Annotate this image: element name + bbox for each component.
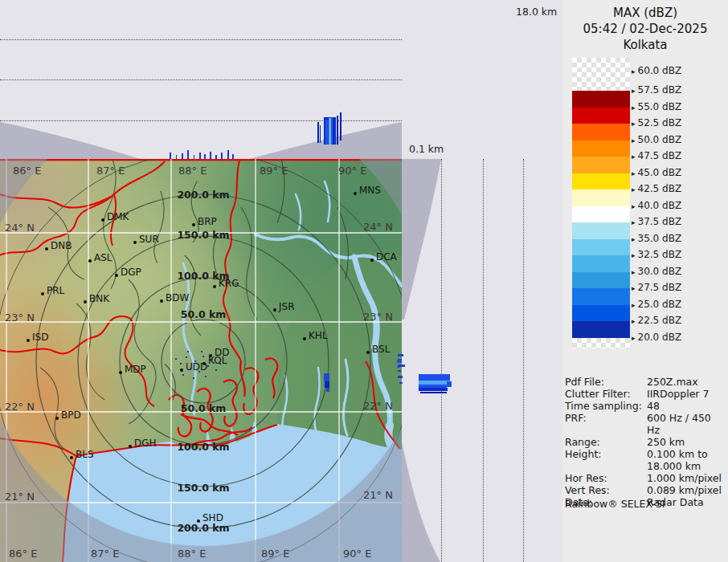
legend-tick-label: ▸40.0 dBZ [632, 200, 681, 211]
radar-echo-dot [175, 358, 177, 360]
city-dot [354, 192, 357, 195]
legend-arrow-icon: ▸ [632, 284, 636, 292]
radar-echo-dot [215, 369, 217, 371]
metadata-row: Vert Res:0.089 km/pixel [565, 484, 726, 496]
radar-echo-dot [180, 363, 182, 364]
legend-tick-label: ▸30.0 dBZ [632, 266, 681, 277]
radar-echo-dot [211, 359, 213, 360]
legend-arrow-icon: ▸ [632, 104, 636, 112]
legend-header: MAX (dBZ) 05:42 / 02-Dec-2025 Kolkata [562, 5, 728, 53]
color-band [572, 255, 630, 272]
legend-arrow-icon: ▸ [632, 235, 636, 243]
legend-tick-label: ▸32.5 dBZ [632, 249, 681, 260]
city-code-label: DMK [107, 211, 129, 222]
color-band [572, 305, 630, 322]
range-limit-wedges [0, 0, 402, 159]
latitude-label: 22° N [5, 401, 35, 413]
city-code-label: KOL [208, 355, 227, 366]
metadata-row: PRF:600 Hz / 450 Hz [565, 412, 726, 436]
range-ring-label: 200.0 km [177, 189, 229, 201]
transparent-checker-swatch [572, 58, 630, 91]
city-code-label: SUR [139, 234, 159, 245]
city-code-label: SHD [202, 512, 223, 523]
color-band [572, 222, 630, 239]
city-code-label: UDD [186, 361, 207, 373]
legend-tick-label: ▸37.5 dBZ [632, 216, 681, 227]
longitude-label: 89° E [260, 165, 288, 177]
city-dot [27, 339, 30, 342]
legend-arrow-icon: ▸ [632, 153, 636, 161]
city-code-label: ISD [32, 332, 48, 343]
legend-tick-label: ▸27.5 dBZ [632, 282, 681, 293]
city-code-label: JSR [279, 301, 295, 312]
legend-tick-label: ▸47.5 dBZ [632, 150, 681, 161]
city-code-label: KRG [219, 278, 239, 289]
latitude-label: 23° N [363, 311, 393, 323]
radar-echo [325, 381, 329, 388]
legend-arrow-icon: ▸ [632, 136, 636, 145]
city-code-label: BPD [61, 409, 81, 421]
metadata-row: Hor Res:1.000 km/pixel [565, 472, 726, 484]
color-band [572, 124, 630, 140]
radar-echo-dot [202, 356, 204, 357]
legend-arrow-icon: ▸ [632, 334, 636, 342]
color-band [572, 239, 630, 256]
software-brand: Rainbow® SELEX-SI [565, 498, 665, 510]
radar-echo [324, 373, 329, 381]
city-code-label: BRP [198, 216, 217, 227]
color-band [572, 157, 630, 173]
city-code-label: MNS [359, 185, 381, 196]
legend-tick-label: ▸35.0 dBZ [632, 233, 681, 244]
range-ring-label: 100.0 km [177, 441, 229, 453]
longitude-label: 86° E [9, 548, 37, 560]
product-datetime: 05:42 / 02-Dec-2025 [562, 21, 728, 37]
radar-echo-dot [186, 356, 187, 358]
city-code-label: ASL [94, 252, 112, 263]
city-dot [366, 351, 370, 354]
range-ring-label: 150.0 km [177, 482, 229, 494]
radar-map: 86° E87° E88° E89° E90° E86° E87° E88° E… [0, 159, 402, 562]
legend-arrow-icon: ▸ [632, 251, 636, 259]
city-code-label: DGH [134, 438, 157, 449]
color-band [572, 321, 630, 338]
radar-echo-dot [193, 377, 194, 379]
city-dot [70, 456, 73, 459]
city-dot [119, 371, 122, 374]
city-dot [192, 223, 195, 226]
radar-display-window: 18.0 km 0.1 km [0, 0, 728, 562]
transparent-checker-swatch [572, 338, 630, 348]
legend-tick-label: ▸20.0 dBZ [632, 332, 681, 343]
legend-tick-label: ▸60.0 dBZ [632, 65, 681, 76]
legend-tick-label: ▸52.5 dBZ [632, 117, 681, 128]
radar-echo-dot [198, 371, 200, 373]
right-height-profile-panel [402, 159, 562, 562]
legend-arrow-icon: ▸ [632, 67, 636, 75]
top-profile-max-height-label: 18.0 km [516, 6, 557, 18]
longitude-label: 90° E [338, 165, 366, 177]
color-band [572, 288, 630, 305]
metadata-row: Height:0.100 km to 18.000 km [565, 448, 726, 472]
city-code-label: MDP [125, 364, 146, 375]
legend-arrow-icon: ▸ [632, 87, 636, 95]
city-code-label: BSL [372, 344, 390, 355]
latitude-label: 21° N [363, 489, 393, 501]
city-code-label: DCA [376, 251, 397, 263]
radar-echo-dot [219, 363, 221, 364]
right-profile-min-height-label: 0.1 km [409, 143, 444, 155]
latitude-label: 24° N [5, 222, 35, 234]
radar-echo-dot [201, 351, 202, 352]
city-dot [115, 274, 118, 277]
legend-arrow-icon: ▸ [632, 120, 636, 128]
radar-echo-dot [205, 376, 207, 377]
city-code-label: DGP [121, 267, 141, 278]
longitude-label: 87° E [96, 165, 125, 177]
metadata-row: Pdf File:250Z.max [565, 376, 726, 388]
longitude-label: 86° E [13, 165, 41, 177]
color-band [572, 108, 630, 124]
city-dot [88, 259, 92, 263]
city-dot [45, 247, 48, 250]
longitude-label: 87° E [91, 548, 119, 560]
latitude-label: 23° N [5, 312, 35, 324]
station-name: Kolkata [562, 37, 728, 53]
city-dot [133, 241, 137, 244]
